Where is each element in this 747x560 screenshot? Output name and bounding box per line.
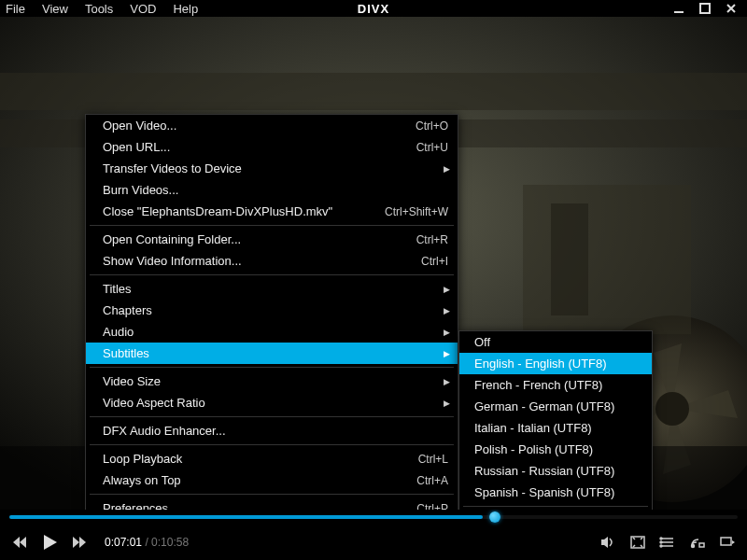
playlist-icon[interactable] bbox=[659, 534, 676, 551]
chevron-right-icon: ▶ bbox=[444, 164, 450, 174]
svg-rect-17 bbox=[699, 543, 704, 547]
menu-divider bbox=[463, 506, 648, 507]
maximize-icon[interactable] bbox=[698, 2, 712, 15]
window-controls bbox=[672, 2, 738, 15]
menu-item[interactable]: Always on TopCtrl+A bbox=[86, 469, 458, 491]
submenu-item[interactable]: Italian - Italian (UTF8) bbox=[459, 417, 652, 439]
submenu-item-label: Polish - Polish (UTF8) bbox=[474, 442, 593, 456]
menubar: File View Tools VOD Help bbox=[6, 2, 198, 16]
close-icon[interactable] bbox=[725, 2, 738, 15]
menu-item[interactable]: Close "ElephantsDream-DivXPlusHD.mkv"Ctr… bbox=[86, 201, 458, 222]
menu-item-label: Open URL... bbox=[103, 140, 170, 154]
submenu-item-label: Italian - Italian (UTF8) bbox=[474, 421, 592, 435]
menu-item[interactable]: Video Aspect Ratio▶ bbox=[86, 392, 458, 413]
menu-item[interactable]: Audio▶ bbox=[86, 321, 458, 343]
svg-point-13 bbox=[660, 538, 662, 539]
submenu-item[interactable]: English - English (UTF8) bbox=[459, 353, 652, 374]
minimize-icon[interactable] bbox=[672, 2, 685, 15]
svg-rect-0 bbox=[674, 11, 684, 13]
menu-divider bbox=[90, 444, 454, 445]
submenu-item-label: Off bbox=[474, 335, 490, 349]
submenu-item-label: English - English (UTF8) bbox=[474, 357, 607, 371]
svg-rect-18 bbox=[721, 538, 731, 545]
subtitles-submenu: OffEnglish - English (UTF8)French - Fren… bbox=[458, 330, 653, 510]
svg-rect-10 bbox=[551, 203, 588, 315]
submenu-item[interactable]: German - German (UTF8) bbox=[459, 396, 652, 417]
menu-item-label: Video Aspect Ratio bbox=[103, 396, 205, 410]
menu-item[interactable]: Transfer Videos to Device▶ bbox=[86, 158, 458, 179]
submenu-item[interactable]: Polish - Polish (UTF8) bbox=[459, 439, 652, 460]
menu-help[interactable]: Help bbox=[173, 2, 198, 16]
chevron-right-icon: ▶ bbox=[444, 306, 450, 315]
cast-icon[interactable] bbox=[719, 534, 736, 551]
chevron-right-icon: ▶ bbox=[444, 377, 450, 386]
video-area[interactable]: Any further questions, Emo? Open Video..… bbox=[0, 17, 747, 510]
svg-point-15 bbox=[660, 545, 662, 547]
menu-tools[interactable]: Tools bbox=[85, 2, 113, 16]
menu-shortcut: Ctrl+Shift+W bbox=[385, 205, 448, 218]
menu-item[interactable]: Loop PlaybackCtrl+L bbox=[86, 448, 458, 469]
menu-divider bbox=[90, 416, 454, 417]
chevron-right-icon: ▶ bbox=[444, 399, 450, 408]
play-button[interactable] bbox=[39, 532, 60, 553]
controls-bar: 0:07:01 / 0:10:58 bbox=[0, 525, 747, 560]
rewind-button[interactable] bbox=[11, 534, 28, 551]
menu-item-label: Open Containing Folder... bbox=[103, 232, 241, 246]
menu-item[interactable]: Video Size▶ bbox=[86, 371, 458, 392]
menu-divider bbox=[90, 225, 454, 226]
time-total: 0:10:58 bbox=[151, 536, 189, 549]
menu-item[interactable]: Open URL...Ctrl+U bbox=[86, 136, 458, 158]
seekbar[interactable] bbox=[0, 510, 747, 525]
menu-item[interactable]: Titles▶ bbox=[86, 278, 458, 300]
menu-divider bbox=[90, 494, 454, 495]
menu-divider bbox=[90, 274, 454, 275]
svg-rect-9 bbox=[523, 185, 691, 334]
svg-point-16 bbox=[692, 545, 695, 548]
submenu-item-label: German - German (UTF8) bbox=[474, 399, 614, 413]
chevron-right-icon: ▶ bbox=[444, 285, 450, 294]
time-current: 0:07:01 bbox=[105, 536, 142, 549]
submenu-item-label: French - French (UTF8) bbox=[474, 378, 602, 392]
svg-point-6 bbox=[655, 392, 689, 426]
menu-item[interactable]: Open Video...Ctrl+O bbox=[86, 115, 458, 136]
menu-item-label: Transfer Videos to Device bbox=[103, 161, 242, 175]
volume-icon[interactable] bbox=[599, 534, 616, 551]
menu-item-label: Chapters bbox=[103, 303, 152, 317]
menu-item[interactable]: Burn Videos... bbox=[86, 179, 458, 201]
context-menu: Open Video...Ctrl+OOpen URL...Ctrl+UTran… bbox=[85, 114, 458, 510]
menu-item[interactable]: Chapters▶ bbox=[86, 300, 458, 321]
seekbar-thumb[interactable] bbox=[489, 511, 500, 523]
stream-icon[interactable] bbox=[689, 534, 706, 551]
menu-view[interactable]: View bbox=[42, 2, 68, 16]
menu-shortcut: Ctrl+P bbox=[416, 502, 448, 511]
menu-shortcut: Ctrl+I bbox=[421, 255, 448, 268]
svg-rect-3 bbox=[0, 73, 747, 110]
menu-shortcut: Ctrl+R bbox=[416, 233, 448, 246]
menu-shortcut: Ctrl+L bbox=[418, 453, 448, 466]
submenu-item[interactable]: Spanish - Spanish (UTF8) bbox=[459, 482, 652, 503]
forward-button[interactable] bbox=[71, 534, 88, 551]
menu-item-label: Titles bbox=[103, 282, 132, 296]
submenu-item[interactable]: Off bbox=[459, 331, 652, 353]
menu-item-label: Burn Videos... bbox=[103, 183, 178, 197]
menu-vod[interactable]: VOD bbox=[130, 2, 156, 16]
submenu-item[interactable]: French - French (UTF8) bbox=[459, 374, 652, 396]
menu-item-label: Open Video... bbox=[103, 119, 176, 133]
menu-item-label: Video Size bbox=[103, 374, 161, 388]
menu-file[interactable]: File bbox=[6, 2, 25, 16]
fullscreen-icon[interactable] bbox=[629, 534, 646, 551]
svg-rect-1 bbox=[700, 4, 710, 13]
menu-item[interactable]: Show Video Information...Ctrl+I bbox=[86, 250, 458, 272]
menu-shortcut: Ctrl+A bbox=[416, 474, 448, 487]
app-logo: DIVX bbox=[358, 2, 389, 16]
time-display: 0:07:01 / 0:10:58 bbox=[105, 536, 189, 549]
chevron-right-icon: ▶ bbox=[444, 349, 450, 358]
menu-item[interactable]: Preferences...Ctrl+P bbox=[86, 497, 458, 510]
menu-item-label: Preferences... bbox=[103, 501, 178, 510]
menu-item[interactable]: Subtitles▶ bbox=[86, 343, 458, 364]
menu-item[interactable]: DFX Audio Enhancer... bbox=[86, 420, 458, 441]
menu-item-label: Audio bbox=[103, 325, 134, 339]
submenu-item[interactable]: Russian - Russian (UTF8) bbox=[459, 460, 652, 482]
submenu-item-label: Russian - Russian (UTF8) bbox=[474, 464, 614, 478]
menu-item[interactable]: Open Containing Folder...Ctrl+R bbox=[86, 229, 458, 250]
